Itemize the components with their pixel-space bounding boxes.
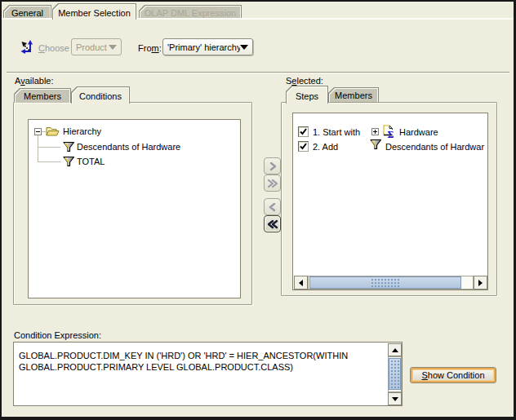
tab-general-label: General (3, 8, 51, 18)
step-1-expand-toggle[interactable] (371, 128, 379, 135)
plus-glyph-v (375, 130, 376, 134)
tree-line (38, 161, 60, 162)
condition-expression-textarea[interactable]: GLOBAL.PRODUCT.DIM_KEY IN ('HRD') OR 'HR… (13, 342, 403, 406)
available-tab-conditions[interactable]: Conditions (71, 86, 130, 104)
condition-funnel-icon (63, 141, 75, 153)
show-condition-button-label: Show Condition (421, 370, 484, 380)
member-sigma-icon: Σ (382, 124, 396, 139)
dimension-combo-arrow-icon (109, 45, 117, 50)
condition-vscrollbar[interactable] (388, 343, 402, 405)
tree-line (38, 147, 60, 148)
tree-collapse-toggle[interactable] (34, 128, 42, 135)
tab-general[interactable]: General (3, 5, 51, 18)
scroll-left-button[interactable] (294, 276, 308, 290)
tab-olap-dml-expression-label: OLAP DML Expression (139, 8, 242, 18)
choose-label: Choose (38, 43, 69, 53)
scroll-grip (371, 278, 401, 287)
scroll-grip (390, 360, 399, 388)
condition-expression-text: GLOBAL.PRODUCT.DIM_KEY IN ('HRD') OR 'HR… (19, 350, 385, 373)
tree-line (38, 135, 38, 161)
scroll-up-arrow-icon (392, 348, 398, 352)
move-all-right-button[interactable] (264, 175, 281, 192)
move-right-button[interactable] (264, 157, 281, 175)
selected-tab-members[interactable]: Members (328, 87, 379, 102)
step-1-member: Hardware (399, 127, 438, 137)
steps-list[interactable]: 1. Start with Σ Hardware 2. Add Descenda… (292, 113, 488, 290)
steps-hscrollbar[interactable] (293, 276, 487, 290)
available-tab-members[interactable]: Members (14, 88, 71, 103)
hierarchy-combo[interactable]: 'Primary' hierarchy (162, 38, 253, 55)
scroll-up-button[interactable] (388, 343, 402, 356)
scroll-thumb[interactable] (309, 276, 461, 289)
tab-olap-dml-expression[interactable]: OLAP DML Expression (139, 5, 242, 18)
tree-item-total[interactable]: TOTAL (77, 157, 105, 166)
condition-funnel-icon (370, 139, 382, 151)
scroll-left-arrow-icon (299, 280, 303, 286)
folder-open-icon (46, 126, 60, 137)
step-2-label: 2. Add (313, 142, 338, 152)
step-2-member: Descendants of Hardwar (385, 142, 484, 152)
hierarchy-combo-value: 'Primary' hierarchy (163, 42, 240, 52)
scroll-down-button[interactable] (388, 392, 402, 405)
tree-item-descendants-of-hardware[interactable]: Descendants of Hardware (77, 142, 180, 152)
condition-expression-label: Condition Expression: (14, 330, 101, 340)
move-all-left-button[interactable] (264, 215, 281, 232)
tab-member-selection-label: Member Selection (52, 8, 136, 18)
move-left-button[interactable] (264, 198, 281, 215)
conditions-tree[interactable]: Hierarchy Descendants of Hardware TOTAL (28, 119, 241, 298)
svg-text:Σ: Σ (388, 129, 394, 139)
selected-tab-steps[interactable]: Steps (286, 86, 328, 104)
step-2-checkbox[interactable] (298, 141, 309, 152)
toolbar-separator (7, 72, 509, 73)
selected-label: Selected: (286, 76, 323, 86)
scroll-down-arrow-icon (392, 397, 398, 401)
minus-glyph (36, 131, 40, 132)
available-label: Available: (15, 76, 54, 86)
scroll-right-arrow-icon (478, 280, 483, 286)
dimension-combo-value: Product (72, 42, 109, 52)
hierarchy-combo-arrow-icon (240, 45, 248, 50)
show-condition-button[interactable]: Show Condition (410, 367, 496, 383)
step-1-checkbox[interactable] (298, 126, 309, 137)
condition-funnel-icon (63, 156, 75, 168)
scroll-right-button[interactable] (474, 276, 487, 290)
from-label: From: (138, 43, 162, 53)
dimension-combo[interactable]: Product (71, 38, 122, 55)
scroll-thumb[interactable] (389, 358, 401, 390)
step-1-label: 1. Start with (313, 127, 360, 137)
tab-member-selection[interactable]: Member Selection (52, 3, 136, 20)
choose-dimension-icon (20, 39, 34, 54)
member-selection-dialog: General Member Selection OLAP DML Expres… (0, 0, 516, 420)
tree-item-hierarchy[interactable]: Hierarchy (63, 126, 101, 136)
